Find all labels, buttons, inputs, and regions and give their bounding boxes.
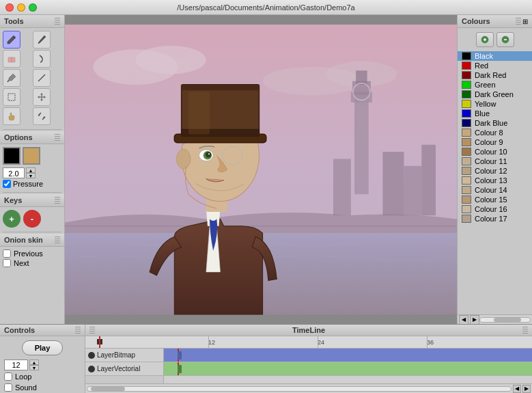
frame-down-button[interactable]: ▼ [29,365,39,370]
colour-item-colour-13[interactable]: Colour 13 [458,176,532,185]
colour-swatch-16 [462,205,471,213]
colour-item-colour-11[interactable]: Colour 11 [458,157,532,166]
colours-grip[interactable] [516,18,521,25]
layer-track-bitmap[interactable] [164,349,532,362]
colour-item-black[interactable]: Black [458,51,532,61]
colour-swatch-8 [462,128,471,137]
canvas-wrapper[interactable] [65,15,457,324]
timeline-ruler: 12 24 36 [85,336,532,349]
colours-detach[interactable]: ⊞ [522,18,528,25]
color-row [3,147,61,165]
add-colour-button[interactable] [476,32,494,47]
tools-divider [3,129,61,130]
colour-item-colour-9[interactable]: Colour 9 [458,137,532,147]
colour-item-green[interactable]: Green [458,80,532,90]
tool-transform[interactable] [33,107,51,125]
remove-colour-button[interactable] [496,32,514,47]
tool-select-rect[interactable] [3,88,20,106]
play-button[interactable]: Play [22,340,63,355]
tools-title: Tools [4,17,24,25]
colour-item-red[interactable]: Red [458,61,532,70]
options-grip[interactable] [55,134,60,141]
previous-checkbox[interactable] [3,249,11,258]
maximize-button[interactable] [29,3,37,12]
add-key-button[interactable]: + [3,210,20,228]
loop-checkbox[interactable] [4,372,12,381]
colour-item-dark-green[interactable]: Dark Green [458,90,532,99]
layer-name-vectorial: LayerVectorial [97,365,140,372]
scrollbar-thumb[interactable] [494,318,521,322]
tool-line[interactable] [33,69,51,87]
svg-rect-13 [354,95,369,194]
sound-checkbox[interactable] [4,383,12,392]
next-checkbox[interactable] [3,259,11,267]
layer-visibility-bitmap[interactable] [88,352,95,359]
tl-prev-button[interactable]: ◀ [513,385,521,393]
controls-grip[interactable] [75,327,81,334]
scroll-left-button[interactable]: ◀ [459,315,468,325]
colour-item-dark-red[interactable]: Dark Red [458,70,532,80]
window-controls[interactable] [5,3,37,12]
colour-item-dark-blue[interactable]: Dark Blue [458,118,532,128]
frame-spinner[interactable]: ▲ ▼ [29,360,39,370]
tool-eyedropper[interactable] [3,69,20,87]
frame-number-input[interactable] [4,360,28,370]
previous-row: Previous [3,249,61,258]
frame-row: ▲ ▼ [0,360,85,372]
scroll-right-button[interactable]: ▶ [470,315,479,325]
colour-name-10: Colour 10 [475,148,507,156]
remove-key-button[interactable]: - [23,210,41,228]
colour-item-colour-8[interactable]: Colour 8 [458,128,532,137]
colour-swatch-6 [462,109,471,118]
colour-item-yellow[interactable]: Yellow [458,99,532,109]
colours-title: Colours [462,17,490,25]
frame-up-button[interactable]: ▲ [29,360,39,365]
colour-name-6: Blue [475,109,490,118]
colours-scrollbar[interactable]: ◀ ▶ [458,314,532,324]
tl-scroll-track[interactable] [87,386,512,392]
layer-track-vectorial[interactable] [164,362,532,375]
colour-item-colour-16[interactable]: Colour 16 [458,204,532,214]
tool-brush[interactable] [33,31,51,49]
colour-name-0: Black [475,52,493,60]
colour-item-colour-10[interactable]: Colour 10 [458,147,532,157]
size-up-button[interactable]: ▲ [26,167,36,173]
tool-hand[interactable] [3,107,20,125]
background-color-swatch[interactable] [23,147,40,165]
window-title: /Users/pascal/Documents/Animation/Gaston… [177,3,354,12]
tool-smudge[interactable] [33,50,51,68]
main-area: Tools [0,15,532,324]
colour-name-13: Colour 13 [475,176,507,185]
size-down-button[interactable]: ▼ [26,173,36,178]
tl-next-button[interactable]: ▶ [522,385,531,393]
tl-scroll-thumb[interactable] [91,387,125,391]
tool-pencil[interactable] [3,31,20,49]
scroll-arrows[interactable]: ◀ ▶ [459,315,479,325]
keys-section: + - [0,207,64,230]
colour-item-blue[interactable]: Blue [458,109,532,118]
colour-swatch-2 [462,71,471,79]
next-label: Next [14,259,29,267]
timeline-grip-right[interactable] [522,327,528,334]
tool-eraser[interactable] [3,50,20,68]
colour-item-colour-12[interactable]: Colour 12 [458,166,532,176]
canvas-scene[interactable] [65,15,457,324]
canvas-area[interactable] [65,15,457,324]
size-spinner[interactable]: ▲ ▼ [26,167,36,178]
sound-row: Sound [4,383,81,392]
colour-item-colour-15[interactable]: Colour 15 [458,195,532,204]
keys-grip[interactable] [55,197,60,204]
foreground-color-swatch[interactable] [3,147,20,165]
onion-grip[interactable] [55,236,60,243]
minimize-button[interactable] [17,3,25,12]
layer-visibility-vectorial[interactable] [88,366,95,372]
tool-move[interactable] [33,88,51,106]
scrollbar-track[interactable] [479,317,531,323]
pressure-checkbox[interactable] [3,180,11,188]
colour-item-colour-17[interactable]: Colour 17 [458,214,532,223]
colour-item-colour-14[interactable]: Colour 14 [458,185,532,195]
tools-grip[interactable] [55,18,60,25]
timeline-grip-left[interactable] [89,327,95,334]
svg-point-29 [206,152,211,157]
close-button[interactable] [5,3,14,12]
